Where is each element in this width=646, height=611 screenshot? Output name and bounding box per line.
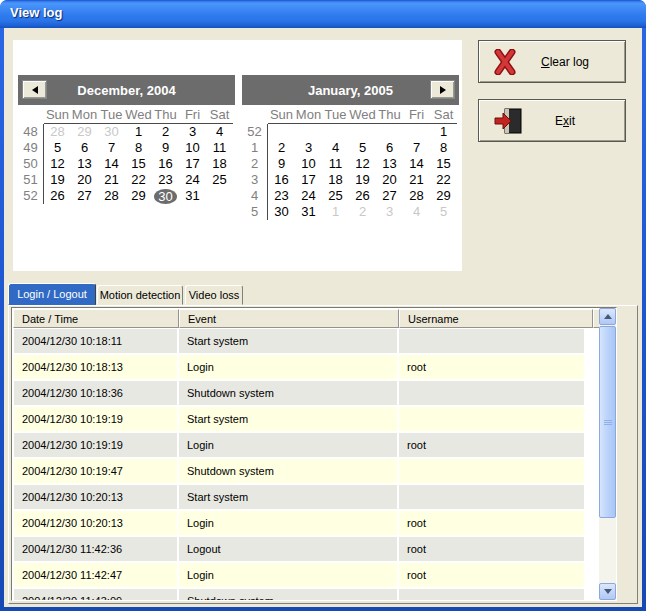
title-bar[interactable]: View log [0, 0, 646, 28]
calendar-day[interactable]: 27 [71, 188, 98, 204]
calendar-day[interactable]: 1 [125, 124, 152, 140]
calendar-day[interactable]: 6 [71, 140, 98, 156]
calendar-day[interactable]: 20 [376, 172, 403, 188]
calendar-day[interactable]: 18 [206, 156, 233, 172]
tab-motion-detection[interactable]: Motion detection [97, 285, 183, 305]
log-row[interactable]: 2004/12/30 11:43:09Shutdown system [14, 589, 584, 600]
calendar-day[interactable]: 1 [322, 204, 349, 220]
calendar-day[interactable]: 2 [268, 140, 295, 156]
calendar-day[interactable]: 13 [376, 156, 403, 172]
tab-login-logout[interactable]: Login / Logout [8, 283, 96, 305]
calendar-day[interactable]: 25 [206, 172, 233, 188]
calendar-day[interactable]: 4 [206, 124, 233, 140]
calendar-day[interactable]: 5 [349, 140, 376, 156]
calendar-day[interactable]: 31 [179, 188, 206, 204]
calendar-day[interactable]: 15 [125, 156, 152, 172]
calendar-day[interactable]: 2 [349, 204, 376, 220]
scrollbar-thumb[interactable] [599, 326, 616, 518]
calendar-header: January, 2005 [242, 75, 459, 105]
calendar-day[interactable]: 24 [295, 188, 322, 204]
calendar-day[interactable]: 11 [206, 140, 233, 156]
log-row[interactable]: 2004/12/30 10:18:11Start system [14, 329, 584, 353]
calendar-day[interactable]: 4 [322, 140, 349, 156]
calendar-day[interactable]: 26 [44, 188, 71, 204]
calendar-day[interactable]: 6 [376, 140, 403, 156]
calendar-day[interactable]: 7 [98, 140, 125, 156]
calendar-day[interactable]: 23 [152, 172, 179, 188]
calendar-day[interactable]: 21 [403, 172, 430, 188]
log-row[interactable]: 2004/12/30 10:18:13Loginroot [14, 355, 584, 379]
prev-month-button[interactable] [22, 80, 47, 99]
calendar-day[interactable]: 28 [44, 124, 71, 140]
calendar-day[interactable]: 5 [430, 204, 457, 220]
calendar-day[interactable]: 11 [322, 156, 349, 172]
calendar-day[interactable]: 26 [349, 188, 376, 204]
log-row[interactable]: 2004/12/30 10:20:13Loginroot [14, 511, 584, 535]
column-header-event[interactable]: Event [179, 309, 399, 328]
week-column-corner [242, 107, 268, 124]
log-row[interactable]: 2004/12/30 10:18:36Shutdown system [14, 381, 584, 405]
calendar-day[interactable]: 30 [98, 124, 125, 140]
calendar-day[interactable]: 2 [152, 124, 179, 140]
calendar-day[interactable]: 23 [268, 188, 295, 204]
calendar-day[interactable]: 22 [430, 172, 457, 188]
next-month-button[interactable] [430, 80, 455, 99]
calendar-day[interactable]: 5 [44, 140, 71, 156]
clear-log-button[interactable]: Clear log [478, 40, 626, 83]
calendar-day[interactable]: 1 [430, 124, 457, 140]
log-row[interactable]: 2004/12/30 10:20:13Start system [14, 485, 584, 509]
calendar-day[interactable]: 21 [98, 172, 125, 188]
calendar-day[interactable]: 19 [349, 172, 376, 188]
exit-button[interactable]: Exit [478, 99, 626, 142]
calendar-day[interactable]: 14 [403, 156, 430, 172]
calendar-day[interactable]: 3 [376, 204, 403, 220]
scroll-down-button[interactable] [599, 583, 616, 600]
calendar-day[interactable]: 17 [179, 156, 206, 172]
calendar-day[interactable]: 16 [268, 172, 295, 188]
calendar-day[interactable]: 10 [295, 156, 322, 172]
calendar-day[interactable]: 15 [430, 156, 457, 172]
calendar-day[interactable]: 19 [44, 172, 71, 188]
column-header-username[interactable]: Username [399, 309, 593, 328]
calendar-day[interactable]: 18 [322, 172, 349, 188]
calendar-day[interactable]: 4 [403, 204, 430, 220]
column-header-date-time[interactable]: Date / Time [13, 309, 179, 328]
tab-video-loss[interactable]: Video loss [185, 285, 243, 305]
calendar-day[interactable]: 9 [152, 140, 179, 156]
calendar-day[interactable]: 30 [152, 188, 179, 204]
calendar-day[interactable]: 24 [179, 172, 206, 188]
calendar-day[interactable]: 16 [152, 156, 179, 172]
calendar-day[interactable]: 12 [349, 156, 376, 172]
vertical-scrollbar[interactable] [599, 308, 616, 600]
calendar-day[interactable]: 10 [179, 140, 206, 156]
week-number: 50 [18, 156, 44, 172]
calendar-day[interactable]: 22 [125, 172, 152, 188]
calendar-day[interactable]: 28 [403, 188, 430, 204]
calendar-day[interactable]: 3 [179, 124, 206, 140]
calendar-day[interactable]: 30 [268, 204, 295, 220]
log-row[interactable]: 2004/12/30 11:42:36Logoutroot [14, 537, 584, 561]
calendar-day[interactable]: 8 [430, 140, 457, 156]
cell-event: Logout [179, 537, 397, 561]
log-row[interactable]: 2004/12/30 10:19:47Shutdown system [14, 459, 584, 483]
calendar-day[interactable]: 9 [268, 156, 295, 172]
calendar-day[interactable]: 25 [322, 188, 349, 204]
log-row[interactable]: 2004/12/30 10:19:19Start system [14, 407, 584, 431]
log-row[interactable]: 2004/12/30 11:42:47Loginroot [14, 563, 584, 587]
calendar-day[interactable]: 27 [376, 188, 403, 204]
log-row[interactable]: 2004/12/30 10:19:19Loginroot [14, 433, 584, 457]
calendar-day[interactable]: 14 [98, 156, 125, 172]
calendar-day[interactable]: 31 [295, 204, 322, 220]
calendar-day[interactable]: 28 [98, 188, 125, 204]
calendar-day[interactable]: 13 [71, 156, 98, 172]
calendar-day[interactable]: 12 [44, 156, 71, 172]
calendar-day[interactable]: 29 [71, 124, 98, 140]
calendar-day[interactable]: 29 [125, 188, 152, 204]
calendar-day[interactable]: 3 [295, 140, 322, 156]
calendar-day[interactable]: 20 [71, 172, 98, 188]
calendar-day[interactable]: 8 [125, 140, 152, 156]
scroll-up-button[interactable] [599, 308, 616, 325]
calendar-day[interactable]: 17 [295, 172, 322, 188]
calendar-day[interactable]: 7 [403, 140, 430, 156]
calendar-day[interactable]: 29 [430, 188, 457, 204]
